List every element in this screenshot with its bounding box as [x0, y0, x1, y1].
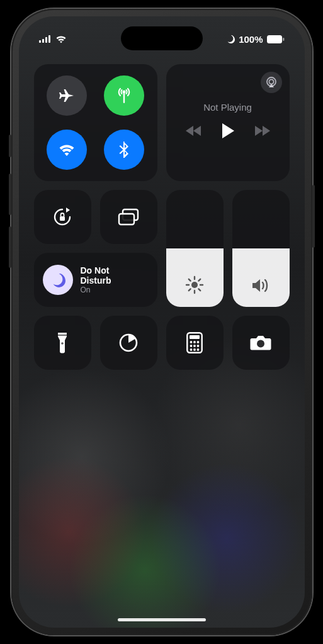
svg-rect-4	[267, 35, 282, 43]
svg-rect-7	[123, 93, 125, 103]
status-right: 100%	[226, 34, 284, 45]
focus-label: Do Not Disturb	[81, 265, 111, 286]
svg-line-20	[189, 289, 191, 291]
status-left	[39, 35, 67, 43]
svg-point-34	[193, 348, 196, 351]
cellular-antenna-icon	[115, 86, 133, 105]
orientation-lock-icon	[51, 206, 74, 228]
volume-slider[interactable]	[232, 190, 290, 307]
svg-rect-2	[45, 37, 47, 43]
previous-track-button[interactable]	[186, 125, 202, 136]
cellular-data-toggle[interactable]	[104, 75, 144, 116]
media-controls	[175, 123, 281, 139]
bluetooth-toggle[interactable]	[104, 130, 144, 170]
svg-rect-3	[48, 35, 50, 43]
moon-icon	[50, 272, 65, 287]
airplane-mode-toggle[interactable]	[47, 75, 87, 116]
svg-point-13	[191, 282, 198, 288]
mute-switch	[9, 135, 11, 157]
wifi-toggle[interactable]	[47, 130, 87, 170]
screen: 100%	[19, 16, 305, 628]
focus-status: On	[81, 286, 111, 294]
svg-rect-26	[190, 335, 200, 339]
media-panel[interactable]: Not Playing	[166, 64, 290, 181]
focus-toggle[interactable]: Do Not Disturb On	[34, 253, 157, 307]
airplane-icon	[57, 86, 76, 105]
camera-button[interactable]	[232, 316, 290, 370]
orientation-lock-toggle[interactable]	[34, 190, 91, 244]
iphone-device-frame: 100%	[11, 9, 312, 635]
airplay-icon	[265, 76, 278, 89]
cellular-signal-icon	[39, 35, 52, 43]
bluetooth-icon	[118, 140, 130, 159]
svg-point-32	[197, 345, 200, 347]
svg-point-9	[269, 79, 273, 84]
svg-point-31	[193, 345, 196, 347]
sun-icon	[185, 275, 204, 294]
volume-up-physical	[9, 174, 11, 215]
play-button[interactable]	[221, 123, 235, 139]
svg-rect-0	[39, 40, 41, 43]
svg-line-19	[198, 289, 200, 291]
wifi-icon	[57, 142, 76, 157]
svg-rect-1	[42, 39, 44, 43]
volume-down-physical	[9, 226, 11, 268]
svg-point-29	[197, 341, 200, 343]
focus-text: Do Not Disturb On	[81, 265, 111, 294]
focus-moon-badge	[43, 265, 73, 295]
moon-focus-icon	[226, 35, 235, 43]
svg-point-33	[190, 348, 193, 351]
svg-point-27	[190, 341, 193, 343]
svg-line-21	[198, 279, 200, 281]
flashlight-icon	[56, 331, 69, 354]
speaker-icon	[251, 277, 271, 294]
timer-button[interactable]	[100, 316, 157, 370]
svg-point-6	[123, 91, 126, 94]
svg-point-23	[61, 342, 64, 345]
screen-mirroring-icon	[117, 208, 140, 226]
calculator-button[interactable]	[166, 316, 224, 370]
svg-line-18	[189, 279, 191, 281]
connectivity-panel[interactable]	[34, 64, 157, 181]
svg-rect-22	[58, 335, 67, 336]
airplay-button[interactable]	[261, 72, 282, 93]
next-track-button[interactable]	[254, 125, 270, 136]
media-title: Not Playing	[175, 102, 281, 113]
side-button-physical	[312, 185, 315, 248]
svg-rect-12	[119, 214, 134, 225]
timer-icon	[118, 332, 139, 353]
calculator-icon	[186, 332, 203, 353]
battery-icon	[267, 35, 285, 43]
svg-point-35	[197, 348, 200, 351]
svg-rect-10	[60, 216, 65, 221]
battery-percent: 100%	[239, 34, 263, 45]
brightness-slider[interactable]	[166, 190, 224, 307]
svg-point-30	[190, 345, 193, 347]
camera-icon	[249, 334, 272, 352]
svg-point-28	[193, 341, 196, 343]
wifi-icon	[55, 35, 67, 43]
control-center: Not Playing	[34, 64, 290, 370]
svg-point-36	[257, 340, 264, 348]
dynamic-island	[121, 26, 203, 50]
home-indicator[interactable]	[118, 618, 206, 621]
screen-mirroring-button[interactable]	[100, 190, 157, 244]
flashlight-button[interactable]	[34, 316, 91, 370]
svg-rect-5	[283, 38, 285, 41]
